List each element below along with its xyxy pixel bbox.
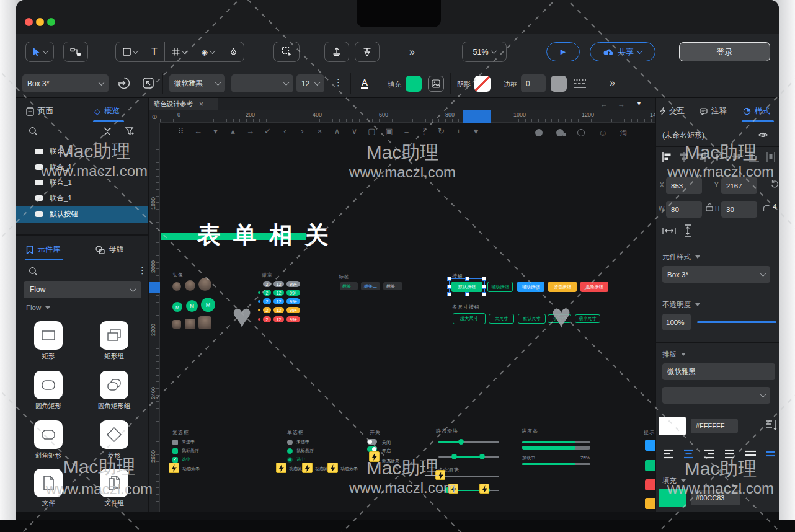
library-search-button[interactable] xyxy=(29,267,38,278)
layer-search-button[interactable] xyxy=(29,126,38,138)
fill-color-swatch[interactable] xyxy=(659,489,686,507)
alert-chip-success[interactable] xyxy=(645,460,655,471)
tab-comment[interactable]: 注释 xyxy=(700,106,727,117)
component-rounded-rect-group[interactable] xyxy=(100,371,128,399)
font-weight-select[interactable] xyxy=(662,387,770,404)
frame-tool-button[interactable] xyxy=(165,42,193,61)
component-style-select[interactable]: Box 3* xyxy=(662,266,770,283)
typography-header[interactable]: 排版 xyxy=(662,350,686,359)
font-size-select[interactable]: 12 xyxy=(296,74,324,92)
tab-interaction[interactable]: 交互 xyxy=(660,106,685,117)
layers-tool-button[interactable]: ◈ xyxy=(193,42,223,61)
rotate-button[interactable] xyxy=(770,180,779,191)
library-group-header[interactable]: Flow xyxy=(26,304,50,311)
checkbox-row[interactable]: 未选中 xyxy=(172,439,195,445)
shadow-swatch[interactable] xyxy=(474,76,491,92)
zoom-select[interactable]: 51% xyxy=(462,42,507,62)
tab-pages[interactable]: 页面 xyxy=(26,106,53,117)
select-tool-button[interactable] xyxy=(25,42,54,62)
checkbox-row[interactable]: ✓ 选中 xyxy=(172,456,190,463)
text-align-right-icon[interactable] xyxy=(704,450,714,458)
selection-handle[interactable] xyxy=(466,277,469,280)
close-tab-icon[interactable]: × xyxy=(199,100,203,109)
toolbar-overflow-button[interactable]: » xyxy=(409,47,415,58)
alignment-toolbar[interactable] xyxy=(662,152,775,162)
vertical-align-top-icon[interactable] xyxy=(745,451,756,455)
slider-handle[interactable] xyxy=(451,454,457,459)
align-v-center-icon[interactable] xyxy=(732,153,742,161)
align-bottom-icon[interactable] xyxy=(749,154,759,162)
text-align-toolbar[interactable] xyxy=(664,449,776,459)
layer-row[interactable]: 联合_1 xyxy=(16,175,149,190)
font-family-input[interactable]: 微软雅黑 xyxy=(662,363,775,380)
flip-vertical-button[interactable] xyxy=(683,224,692,239)
pen-tool-button[interactable] xyxy=(223,42,244,61)
tab-overview[interactable]: ◇ 概览 xyxy=(94,106,120,117)
flow-into-button[interactable] xyxy=(117,76,131,93)
component-file-group[interactable] xyxy=(100,469,128,497)
slider-handle[interactable] xyxy=(479,454,485,459)
component-rounded-rect[interactable] xyxy=(34,371,63,399)
tab-master[interactable]: 母版 xyxy=(95,244,124,255)
corner-radius-value[interactable]: 4 xyxy=(773,203,776,210)
layer-row[interactable]: 联合_1 xyxy=(16,159,149,175)
avatar-photo[interactable] xyxy=(185,280,195,291)
selection-handle[interactable] xyxy=(482,293,486,296)
badge[interactable]: 12 xyxy=(273,290,284,296)
badge[interactable]: 2 xyxy=(263,281,271,287)
text-align-center-icon[interactable] xyxy=(684,450,693,458)
create-component-button[interactable] xyxy=(355,42,380,62)
document-tab[interactable]: 暗色设计参考 × xyxy=(149,98,218,110)
text-color-button[interactable]: A xyxy=(361,77,368,89)
badge[interactable]: 99+ xyxy=(286,298,300,304)
sm-button[interactable]: 小尺寸 xyxy=(548,314,571,323)
font-family-select[interactable]: 微软雅黑 xyxy=(169,74,225,92)
selection-handle[interactable] xyxy=(482,277,486,280)
avatar-initial[interactable]: M xyxy=(172,302,182,312)
avatar-photo[interactable] xyxy=(198,278,211,291)
maximize-window-button[interactable] xyxy=(47,18,55,26)
tag[interactable]: 标签三 xyxy=(383,282,402,290)
opacity-header[interactable]: 不透明度 xyxy=(662,300,700,309)
layer-row-selected[interactable]: 默认按钮 xyxy=(16,206,149,223)
badge[interactable]: 2 xyxy=(263,298,271,304)
badge[interactable]: 12 xyxy=(273,307,284,313)
layer-row[interactable]: 联合_1 xyxy=(16,144,149,159)
preview-play-button[interactable]: ▶ xyxy=(546,42,580,61)
more-text-options-button[interactable]: ⋮ xyxy=(334,77,343,88)
fill-image-button[interactable] xyxy=(428,76,444,92)
close-window-button[interactable] xyxy=(25,18,33,26)
selection-handle[interactable] xyxy=(466,293,469,296)
h-input[interactable]: 30 xyxy=(721,201,757,218)
minimize-window-button[interactable] xyxy=(36,18,44,26)
panel-divider[interactable] xyxy=(16,234,148,236)
text-color-swatch[interactable] xyxy=(659,417,686,435)
lock-ratio-toggle[interactable] xyxy=(706,203,713,214)
avatar-initial[interactable]: M xyxy=(201,298,215,312)
distribute-icon[interactable] xyxy=(767,152,775,162)
section-title[interactable]: 表单相关 xyxy=(197,219,341,251)
selection-handle[interactable] xyxy=(482,285,486,288)
align-h-center-icon[interactable] xyxy=(680,152,688,162)
component-style-header[interactable]: 元件样式 xyxy=(662,252,700,262)
fill-hex-input[interactable]: #00CC83 xyxy=(691,490,740,505)
component-file[interactable] xyxy=(34,469,63,497)
align-left-icon[interactable] xyxy=(663,152,671,162)
component-diamond[interactable] xyxy=(100,420,128,449)
library-menu-button[interactable]: ⋮ xyxy=(138,265,147,276)
ruler-origin[interactable]: ⊕ xyxy=(149,110,160,123)
alert-chip-info[interactable] xyxy=(645,440,655,451)
align-top-icon[interactable] xyxy=(714,153,724,161)
badge[interactable]: 99+ xyxy=(286,281,300,287)
filter-layers-button[interactable] xyxy=(125,127,135,138)
tag[interactable]: 标签一 xyxy=(340,282,358,290)
warning-button[interactable]: 警告按钮 xyxy=(548,282,577,292)
rectangle-tool-button[interactable] xyxy=(116,42,144,61)
share-button[interactable]: 共享 xyxy=(590,42,655,61)
lg-button[interactable]: 大尺寸 xyxy=(489,314,514,324)
login-button[interactable]: 登录 xyxy=(679,42,770,61)
tab-list-dropdown[interactable]: ▼ xyxy=(636,100,642,107)
component-rect[interactable] xyxy=(34,321,63,350)
badge[interactable]: 2 xyxy=(263,316,271,322)
layer-row[interactable]: 联合_1 xyxy=(16,190,149,206)
